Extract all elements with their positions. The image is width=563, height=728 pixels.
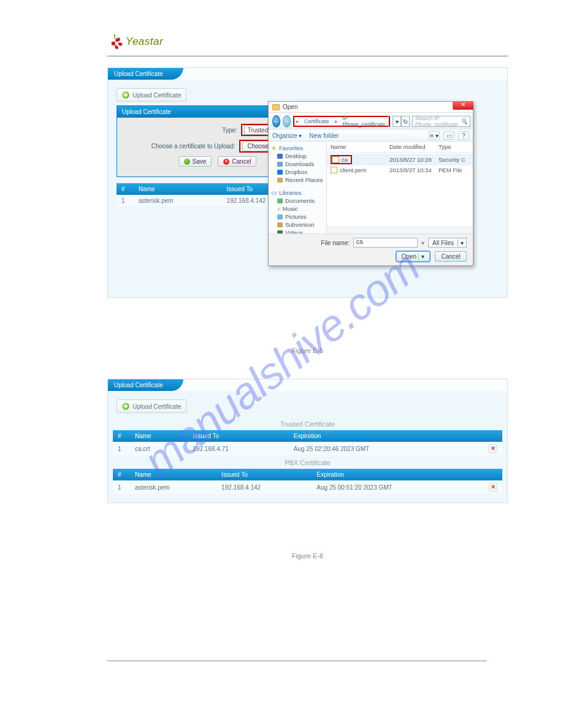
preview-pane-button[interactable]: ▭ [443,131,454,140]
svg-point-3 [114,45,119,50]
upload-certificate-label: Upload Certificate [132,92,181,99]
dialog-title-bar: Open ✕ [269,102,473,113]
sidebar-item-desktop[interactable]: Desktop [270,152,325,160]
sidebar-item-pictures[interactable]: Pictures [270,213,325,221]
star-icon: ★ [271,145,277,151]
dialog-title: Open [283,104,297,110]
modal-title: Upload Certificate [122,108,170,115]
subversion-icon [277,222,283,227]
svg-point-2 [118,42,123,47]
view-button[interactable]: ≡ ▾ [429,131,440,140]
search-input[interactable]: Search IP Phone_certificate 🔍 [412,116,470,127]
col-index: # [113,430,130,442]
figure-1-caption: Figure E-5 [107,347,508,354]
documents-icon [277,199,283,203]
open-button[interactable]: Open ▾ [396,251,430,262]
table-row: 1 ca.crt 192.168.4.71 Aug 25 02:20:46 20… [113,442,502,455]
col-file-name[interactable]: Name [331,143,389,150]
delete-button[interactable]: ✕ [489,483,497,491]
brand-logo: Yeastar [107,34,508,50]
col-expiration: Expiration [289,430,478,442]
check-icon [184,159,190,165]
libraries-icon: ▭ [271,189,277,196]
nav-bar: ← → ▸ Certificate ▸ IP Phone_certificate… [269,113,473,130]
col-index: # [117,183,134,195]
brand-text: Yeastar [126,36,163,48]
folder-icon [272,104,280,110]
breadcrumb[interactable]: ▸ Certificate ▸ IP Phone_certificate [293,116,390,127]
sidebar-libraries-heading[interactable]: ▭Libraries [270,189,325,197]
close-icon [223,159,229,165]
file-type-filter[interactable]: All Files ▾ [428,238,467,248]
col-issued: Issued To [188,430,288,442]
pictures-icon [277,214,283,219]
sidebar-item-recent[interactable]: Recent Places [270,176,325,184]
upload-certificate-button[interactable]: Upload Certificate [117,400,186,413]
pbx-cert-table: # Name Issued To Expiration 1 asterisk.p… [113,469,502,494]
upload-certificate-label: Upload Certificate [132,403,181,410]
type-label: Type: [222,127,237,134]
sidebar-item-music[interactable]: ♪Music [270,205,325,213]
trusted-cert-table: # Name Issued To Expiration 1 ca.crt 192… [113,430,502,455]
file-row[interactable]: client.pem 2013/8/27 10:34 PEM File [327,165,473,175]
cancel-button[interactable]: Cancel [218,156,256,167]
sidebar-item-documents[interactable]: Documents [270,197,325,205]
col-name: Name [130,430,188,442]
folder-icon [277,178,283,183]
downloads-icon [277,162,283,167]
scrollbar[interactable] [327,227,473,233]
music-icon: ♪ [277,205,280,212]
panel-title: Upload Certificate [108,67,183,80]
dropbox-icon [277,170,283,175]
upload-certificate-button[interactable]: Upload Certificate [117,88,186,102]
search-icon: 🔍 [461,118,467,124]
col-name: Name [130,469,216,480]
delete-button[interactable]: ✕ [489,444,497,453]
choose-file-label: Choose a certificate to Upload: [151,143,236,150]
sidebar-item-downloads[interactable]: Downloads [270,160,325,168]
panel-title: Upload Certificate [108,379,183,391]
plus-icon [122,403,129,410]
brand-mark-icon [107,34,123,50]
svg-point-5 [114,34,116,36]
file-open-dialog: Open ✕ ← → ▸ Certificate ▸ IP Phone_cert… [268,101,473,266]
file-name-label: File name: [321,240,350,246]
dropdown-history-button[interactable]: ▾ [393,116,401,127]
nav-back-button[interactable]: ← [272,115,280,127]
chevron-down-icon[interactable]: ▾ [421,240,424,246]
file-row[interactable]: ca 2013/8/27 10:28 Security C [327,154,473,165]
pbx-section-heading: PBX Certificate [113,455,502,469]
sidebar-favorites-heading[interactable]: ★Favorites [270,144,325,152]
col-file-type[interactable]: Type [439,143,469,150]
file-name-input[interactable]: ca [353,238,418,248]
help-button[interactable]: ? [458,131,469,140]
footer-divider [107,661,486,661]
toolbar: Organize ▾ New folder ≡ ▾ ▭ ? [269,130,473,142]
desktop-icon [277,154,283,159]
file-pane: Name Date modified Type ca 2013/8/27 10:… [327,142,473,233]
trusted-section-heading: Trusted Certificate [113,417,502,430]
svg-point-0 [112,42,116,46]
certificate-file-icon [332,156,339,163]
plus-icon [122,91,129,99]
header-divider [107,56,508,56]
col-index: # [113,469,130,480]
table-row: 1 asterisk.pem 192.168.4.142 Aug 25 00:5… [113,480,502,494]
nav-forward-button[interactable]: → [283,115,291,127]
col-issued: Issued To [216,469,312,480]
refresh-button[interactable]: ↻ [401,116,410,127]
file-icon [331,167,337,173]
sidebar-item-subversion[interactable]: Subversion [270,221,325,229]
sidebar-item-videos[interactable]: Videos [270,229,325,233]
cancel-button[interactable]: Cancel [435,251,467,262]
save-button[interactable]: Save [178,156,212,167]
col-expiration: Expiration [312,469,478,480]
organize-menu[interactable]: Organize ▾ [272,132,302,139]
sidebar-item-dropbox[interactable]: Dropbox [270,168,325,176]
col-name: Name [134,183,221,195]
close-button[interactable]: ✕ [453,101,473,110]
col-date-modified[interactable]: Date modified [389,143,439,150]
figure-2-panel: Upload Certificate Upload Certificate Tr… [107,379,508,503]
new-folder-button[interactable]: New folder [309,132,339,139]
search-placeholder: Search IP Phone_certificate [415,115,458,127]
